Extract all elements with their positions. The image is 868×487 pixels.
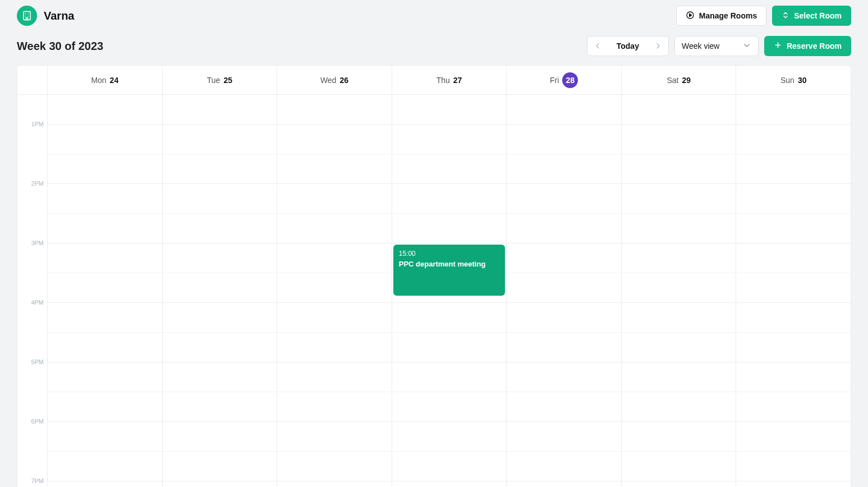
half-hour-line — [48, 451, 162, 452]
hour-slot[interactable] — [277, 95, 392, 125]
day-header[interactable]: Wed26 — [277, 66, 392, 94]
hour-slot[interactable] — [48, 422, 162, 481]
day-column[interactable] — [507, 95, 622, 487]
hour-slot[interactable] — [277, 362, 392, 422]
hour-slot[interactable] — [507, 244, 621, 303]
hour-label: 3PM — [17, 244, 47, 303]
hour-slot[interactable] — [277, 303, 392, 362]
hour-slot[interactable] — [392, 481, 507, 487]
hour-slot[interactable] — [163, 303, 277, 362]
select-room-button[interactable]: Select Room — [772, 6, 851, 26]
hour-slot[interactable] — [48, 95, 162, 125]
hour-label: 7PM — [17, 481, 47, 487]
hour-slot[interactable] — [277, 125, 392, 184]
hour-slot[interactable] — [392, 125, 507, 184]
svg-rect-0 — [24, 12, 30, 20]
hour-slot[interactable] — [277, 422, 392, 481]
hour-slot[interactable] — [48, 244, 162, 303]
day-column[interactable] — [48, 95, 163, 487]
hour-slot[interactable] — [736, 303, 851, 362]
half-hour-line — [736, 273, 851, 273]
day-header[interactable]: Thu27 — [392, 66, 507, 94]
hour-slot[interactable] — [622, 362, 736, 422]
half-hour-line — [736, 392, 851, 392]
day-header[interactable]: Mon24 — [48, 66, 163, 94]
day-header[interactable]: Sun30 — [736, 66, 851, 94]
day-column[interactable] — [277, 95, 392, 487]
today-button[interactable]: Today — [608, 36, 648, 56]
hour-slot[interactable] — [48, 362, 162, 422]
hour-slot[interactable] — [48, 184, 162, 244]
hour-label: 6PM — [17, 422, 47, 481]
day-column[interactable] — [736, 95, 851, 487]
next-week-button[interactable] — [648, 36, 668, 56]
hour-slot[interactable] — [507, 125, 621, 184]
hour-slot[interactable] — [736, 481, 851, 487]
hour-slot[interactable] — [392, 95, 507, 125]
hour-slot[interactable] — [622, 481, 736, 487]
hour-slot[interactable] — [622, 184, 736, 244]
hour-slot[interactable] — [277, 184, 392, 244]
hour-slot[interactable] — [622, 422, 736, 481]
hour-slot[interactable] — [736, 95, 851, 125]
hour-slot[interactable] — [392, 422, 507, 481]
half-hour-line — [163, 273, 277, 273]
day-header[interactable]: Tue25 — [163, 66, 278, 94]
hour-slot[interactable] — [736, 362, 851, 422]
day-header[interactable]: Sat29 — [622, 66, 737, 94]
hour-slot[interactable] — [277, 244, 392, 303]
hour-slot[interactable] — [507, 184, 621, 244]
room-title: Varna — [17, 6, 74, 26]
hour-label: 2PM — [17, 184, 47, 244]
hour-slot[interactable] — [736, 125, 851, 184]
hour-slot[interactable] — [622, 95, 736, 125]
hour-slot[interactable] — [163, 244, 277, 303]
half-hour-line — [622, 273, 736, 273]
calendar-event[interactable]: 15:00PPC department meeting — [393, 245, 506, 296]
hour-slot[interactable] — [622, 244, 736, 303]
hour-slot[interactable] — [163, 95, 277, 125]
day-column[interactable] — [163, 95, 278, 487]
manage-rooms-button[interactable]: Manage Rooms — [676, 6, 766, 26]
hour-slot[interactable] — [507, 481, 621, 487]
hour-slot[interactable] — [736, 244, 851, 303]
view-mode-select[interactable]: Week view — [674, 36, 759, 56]
half-hour-line — [392, 451, 507, 452]
sort-icon — [782, 11, 789, 21]
calendar-grid-scroll[interactable]: 1PM2PM3PM4PM5PM6PM7PM8PM 15:00PPC depart… — [17, 95, 851, 487]
event-time: 15:00 — [399, 249, 500, 258]
hour-slot[interactable] — [507, 362, 621, 422]
hour-slot[interactable] — [622, 125, 736, 184]
reserve-room-button[interactable]: Reserve Room — [764, 36, 851, 56]
hour-slot[interactable] — [507, 303, 621, 362]
half-hour-line — [163, 451, 277, 452]
half-hour-line — [277, 451, 392, 452]
hour-slot[interactable] — [392, 362, 507, 422]
prev-week-button[interactable] — [587, 36, 608, 56]
hour-slot[interactable] — [736, 422, 851, 481]
hour-slot[interactable] — [277, 481, 392, 487]
hour-slot[interactable] — [163, 422, 277, 481]
hour-slot[interactable] — [392, 303, 507, 362]
hour-slot[interactable] — [736, 184, 851, 244]
hour-slot[interactable] — [163, 362, 277, 422]
day-number: 26 — [339, 76, 348, 85]
day-header-row: Mon24Tue25Wed26Thu27Fri28Sat29Sun30 — [17, 66, 851, 95]
hour-slot[interactable] — [163, 184, 277, 244]
day-column[interactable]: 15:00PPC department meeting — [392, 95, 507, 487]
hour-slot[interactable] — [48, 303, 162, 362]
hour-slot[interactable] — [507, 422, 621, 481]
day-column[interactable] — [622, 95, 737, 487]
half-hour-line — [507, 273, 621, 273]
hour-slot[interactable] — [392, 184, 507, 244]
hour-slot[interactable] — [163, 481, 277, 487]
hour-slot[interactable] — [48, 125, 162, 184]
hour-slot[interactable] — [48, 481, 162, 487]
hour-slot[interactable] — [163, 125, 277, 184]
day-of-week: Fri — [550, 76, 559, 85]
hour-slot[interactable] — [507, 95, 621, 125]
hour-slot[interactable] — [622, 303, 736, 362]
day-header[interactable]: Fri28 — [507, 66, 622, 94]
half-hour-line — [277, 273, 392, 273]
half-hour-line — [277, 392, 392, 392]
